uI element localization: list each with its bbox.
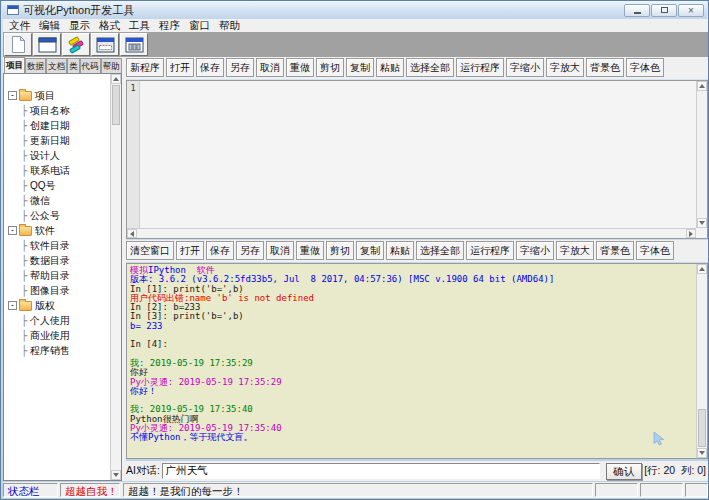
console-button-5[interactable]: 取消	[266, 241, 294, 260]
tree-expander-icon[interactable]: -	[8, 301, 17, 310]
menu-item-3[interactable]: 显示	[69, 19, 90, 32]
console-button-2[interactable]: 打开	[176, 241, 204, 260]
console-button-12[interactable]: 字缩小	[516, 241, 554, 260]
close-button[interactable]: ×	[678, 4, 704, 17]
console-button-9[interactable]: 粘贴	[386, 241, 414, 260]
console-button-3[interactable]: 保存	[206, 241, 234, 260]
tab-5[interactable]: 代码	[80, 58, 101, 73]
console-button-13[interactable]: 字放大	[556, 241, 594, 260]
scroll-thumb[interactable]	[112, 85, 120, 125]
scroll-thumb[interactable]	[698, 409, 706, 447]
editor-button-13[interactable]: 字放大	[546, 58, 584, 77]
tree-leaf[interactable]: ├QQ号	[5, 178, 109, 193]
editor-button-2[interactable]: 打开	[166, 58, 194, 77]
tree-leaf[interactable]: ├微信	[5, 193, 109, 208]
status-cell-empty-1	[595, 483, 638, 497]
editor-button-4[interactable]: 另存	[226, 58, 254, 77]
tab-6[interactable]: 帮助	[101, 58, 122, 73]
editor-button-14[interactable]: 背景色	[586, 58, 624, 77]
editor-horizontal-scrollbar[interactable]	[127, 228, 696, 238]
tab-3[interactable]: 文档	[46, 58, 67, 73]
scroll-down-button[interactable]	[697, 448, 707, 458]
console-output[interactable]: 模拟IPython 软件版本: 3.6.2 (v3.6.2:5fd33b5, J…	[126, 263, 708, 459]
minimize-icon	[634, 12, 641, 14]
console-line	[130, 331, 693, 340]
scroll-down-button[interactable]	[111, 470, 121, 480]
tree-leaf[interactable]: ├图像目录	[5, 283, 109, 298]
scroll-up-button[interactable]	[111, 74, 121, 84]
tree-leaf[interactable]: ├项目名称	[5, 103, 109, 118]
tree-leaf[interactable]: ├联系电话	[5, 163, 109, 178]
window-button[interactable]	[33, 33, 61, 56]
title-bar[interactable]: 可视化Python开发工具 ×	[2, 1, 707, 19]
line-number: 1	[130, 83, 135, 93]
maximize-button[interactable]	[651, 4, 677, 17]
scroll-down-button[interactable]	[697, 218, 707, 228]
branch-line: ├	[21, 343, 27, 358]
editor-text-area[interactable]	[141, 81, 696, 228]
scroll-left-button[interactable]	[127, 229, 137, 238]
menu-item-6[interactable]: 程序	[159, 19, 180, 32]
editor-button-15[interactable]: 字体色	[626, 58, 664, 77]
menu-item-4[interactable]: 格式	[99, 19, 120, 32]
minimize-button[interactable]	[624, 4, 650, 17]
tree-expander-icon[interactable]: -	[8, 91, 17, 100]
scroll-up-button[interactable]	[697, 264, 707, 274]
console-button-11[interactable]: 运行程序	[466, 241, 514, 260]
editor-button-10[interactable]: 选择全部	[406, 58, 454, 77]
console-button-15[interactable]: 字体色	[636, 241, 674, 260]
menu-item-5[interactable]: 工具	[129, 19, 150, 32]
tree-node-1[interactable]: -项目	[5, 88, 109, 103]
tab-4[interactable]: 类	[67, 58, 80, 73]
console-button-6[interactable]: 重做	[296, 241, 324, 260]
tree-node-2[interactable]: -软件	[5, 223, 109, 238]
scroll-right-button[interactable]	[686, 229, 696, 238]
tree-leaf[interactable]: ├帮助目录	[5, 268, 109, 283]
editor-button-8[interactable]: 复制	[346, 58, 374, 77]
console-button-1[interactable]: 清空窗口	[126, 241, 174, 260]
tree-expander-icon[interactable]: -	[8, 226, 17, 235]
editor-button-12[interactable]: 字缩小	[506, 58, 544, 77]
editor-button-9[interactable]: 粘贴	[376, 58, 404, 77]
console-button-8[interactable]: 复制	[356, 241, 384, 260]
menu-item-7[interactable]: 窗口	[189, 19, 210, 32]
tree-leaf[interactable]: ├个人使用	[5, 313, 109, 328]
color-pens-button[interactable]	[62, 33, 90, 56]
new-file-button[interactable]	[4, 33, 32, 56]
console-button-14[interactable]: 背景色	[596, 241, 634, 260]
menu-item-2[interactable]: 编辑	[39, 19, 60, 32]
tab-2[interactable]: 数据	[25, 58, 46, 73]
menu-item-1[interactable]: 文件	[9, 19, 30, 32]
console-button-10[interactable]: 选择全部	[416, 241, 464, 260]
tree-leaf[interactable]: ├更新日期	[5, 133, 109, 148]
editor-button-5[interactable]: 取消	[256, 58, 284, 77]
editor-button-3[interactable]: 保存	[196, 58, 224, 77]
tree-node-3[interactable]: -版权	[5, 298, 109, 313]
tree-leaf[interactable]: ├创建日期	[5, 118, 109, 133]
form-window-button[interactable]	[91, 33, 119, 56]
confirm-button[interactable]: 确认	[606, 463, 642, 480]
console-button-4[interactable]: 另存	[236, 241, 264, 260]
menu-item-8[interactable]: 帮助	[219, 19, 240, 32]
tree-leaf[interactable]: ├商业使用	[5, 328, 109, 343]
new-file-icon	[10, 35, 27, 54]
tree-leaf[interactable]: ├数据目录	[5, 253, 109, 268]
console-button-7[interactable]: 剪切	[326, 241, 354, 260]
editor-button-7[interactable]: 剪切	[316, 58, 344, 77]
tree-leaf-label: 设计人	[30, 148, 60, 163]
editor-button-1[interactable]: 新程序	[126, 58, 164, 77]
scroll-up-button[interactable]	[697, 81, 707, 91]
grid-window-button[interactable]	[120, 33, 148, 56]
editor-vertical-scrollbar[interactable]	[696, 81, 707, 228]
editor-button-6[interactable]: 重做	[286, 58, 314, 77]
editor-button-11[interactable]: 运行程序	[456, 58, 504, 77]
tree-node-label: 软件	[35, 223, 55, 238]
tree-leaf[interactable]: ├程序销售	[5, 343, 109, 358]
tab-1[interactable]: 项目	[4, 57, 25, 73]
tree-scrollbar[interactable]	[110, 74, 121, 480]
tree-leaf[interactable]: ├设计人	[5, 148, 109, 163]
console-scrollbar[interactable]	[696, 264, 707, 458]
tree-leaf[interactable]: ├公众号	[5, 208, 109, 223]
tree-leaf[interactable]: ├软件目录	[5, 238, 109, 253]
ai-chat-input[interactable]	[162, 463, 600, 479]
